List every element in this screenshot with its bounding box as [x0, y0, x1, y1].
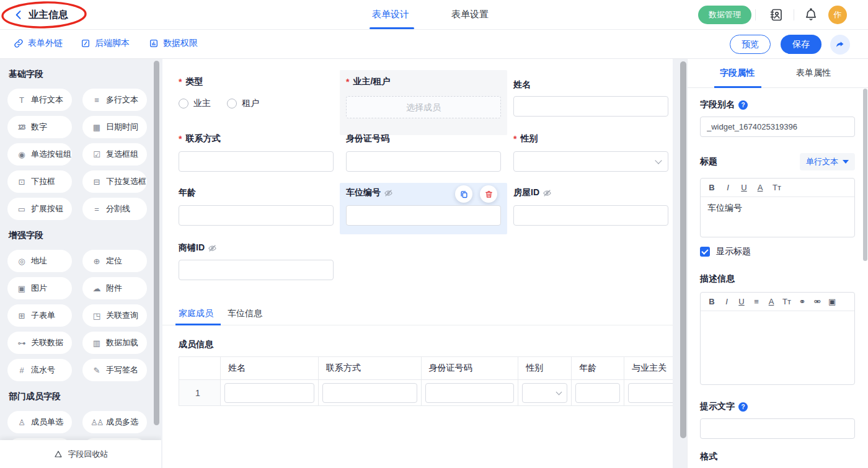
font-size-icon[interactable]: Tт [782, 297, 791, 306]
field-label-age: 年龄 [179, 187, 196, 198]
panel-scrollbar[interactable] [863, 89, 867, 261]
data-permission-button[interactable]: 数据权限 [149, 38, 198, 49]
subform-tab-parking[interactable]: 车位信息 [228, 308, 262, 319]
field-pill-linked-data[interactable]: ⊶关联数据 [7, 332, 72, 354]
insert-link-icon[interactable]: ⚭ [799, 297, 806, 306]
italic-icon[interactable]: I [723, 297, 730, 306]
subform-table-wrapper: 姓名 联系方式 身份证号码 性别 年龄 与业主关 1 [179, 356, 673, 406]
field-pill-select[interactable]: ⊡下拉框 [7, 170, 72, 193]
field-pill-member-single[interactable]: ♙成员单选 [7, 411, 72, 433]
field-pill-button[interactable]: ▭扩展按钮 [7, 198, 72, 220]
bell-icon[interactable] [804, 7, 818, 22]
multi-select-icon: ⊟ [91, 177, 102, 187]
show-title-row: 显示标题 [700, 246, 855, 257]
tab-field-props[interactable]: 字段属性 [720, 68, 755, 79]
backend-script-label: 后端脚本 [95, 38, 130, 49]
field-pill-serial[interactable]: #流水号 [7, 359, 72, 381]
font-color-icon[interactable]: A [756, 183, 764, 192]
align-icon[interactable]: ≡ [753, 297, 760, 306]
contact-book-icon[interactable] [769, 7, 784, 22]
row-contact-input[interactable] [322, 383, 417, 403]
remove-link-icon[interactable]: ⚮ [813, 297, 821, 306]
hint-input[interactable] [700, 418, 855, 439]
title-editor-content[interactable]: 车位编号 [701, 197, 854, 237]
field-pill-linked-query[interactable]: ◳关联查询 [82, 304, 147, 327]
field-pill-member-multi[interactable]: ♙♙成员多选 [82, 411, 147, 433]
italic-icon[interactable]: I [724, 183, 732, 192]
field-pill-single-line-text[interactable]: T单行文本 [7, 89, 72, 111]
save-button[interactable]: 保存 [781, 35, 822, 54]
title-type-dropdown[interactable]: 单行文本 [800, 153, 855, 170]
field-pill-multi-line-text[interactable]: ≡多行文本 [82, 89, 147, 111]
help-icon[interactable] [738, 402, 748, 412]
underline-icon[interactable]: U [738, 297, 745, 306]
field-pill-divider[interactable]: =分割线 [82, 198, 147, 220]
chevron-down-icon [556, 389, 562, 395]
house-id-input[interactable] [513, 205, 668, 226]
share-button[interactable] [830, 35, 850, 55]
row-id-card-input[interactable] [425, 383, 515, 403]
avatar[interactable]: 作 [828, 6, 847, 24]
member-picker[interactable]: 选择成员 [346, 96, 501, 118]
font-size-icon[interactable]: Tт [773, 183, 781, 192]
sidebar-scrollbar[interactable] [154, 61, 159, 425]
bold-icon[interactable]: B [708, 183, 715, 192]
subform-tab-family[interactable]: 家庭成员 [179, 308, 213, 319]
tab-form-design[interactable]: 表单设计 [372, 9, 409, 20]
field-pill-data-load[interactable]: ▥数据加载 [82, 332, 147, 354]
field-pill-radio-group[interactable]: ◉单选按钮组 [7, 143, 72, 166]
row-gender-select[interactable] [522, 383, 567, 403]
serial-icon: # [16, 366, 27, 375]
row-relation-input[interactable] [628, 383, 673, 403]
caret-down-icon [843, 160, 849, 164]
tab-form-props[interactable]: 表单属性 [796, 68, 831, 79]
radio-icon[interactable] [227, 99, 237, 108]
name-input[interactable] [513, 96, 668, 117]
alias-input[interactable] [700, 117, 855, 137]
backend-script-button[interactable]: 后端脚本 [81, 38, 130, 49]
field-pill-subform[interactable]: ⊞子表单 [7, 304, 72, 327]
gender-select[interactable] [513, 151, 668, 172]
radio-icon[interactable] [179, 99, 188, 108]
field-pill-number[interactable]: 123数字 [7, 116, 72, 138]
field-pill-datetime[interactable]: ▦日期时间 [82, 116, 147, 138]
age-input[interactable] [179, 205, 334, 226]
field-pill-multi-select[interactable]: ⊟下拉复选框 [82, 170, 147, 193]
radio-option-owner[interactable]: 业主 [179, 98, 211, 109]
tab-form-setting[interactable]: 表单设置 [451, 9, 489, 20]
canvas-scrollbar[interactable] [680, 61, 686, 438]
contact-input[interactable] [179, 151, 334, 172]
data-manage-button[interactable]: 数据管理 [698, 6, 751, 24]
radio-option-tenant[interactable]: 租户 [227, 98, 259, 109]
desc-editor-content[interactable] [701, 311, 854, 384]
delete-field-button[interactable] [480, 185, 497, 203]
subform-tab-divider [162, 325, 673, 325]
preview-button[interactable]: 预览 [730, 35, 771, 54]
bold-icon[interactable]: B [708, 297, 715, 306]
parking-no-input[interactable] [346, 205, 501, 226]
field-pill-checkbox-group[interactable]: ☑复选框组 [82, 143, 147, 166]
insert-image-icon[interactable]: ▣ [828, 297, 836, 306]
divider-icon: = [91, 205, 102, 214]
show-title-checkbox[interactable] [700, 247, 710, 257]
active-tab-underline [370, 27, 414, 29]
desc-editor: B I U ≡ A Tт ⚭ ⚮ ▣ [700, 292, 855, 385]
field-pill-signature[interactable]: ✎手写签名 [82, 359, 147, 381]
underline-icon[interactable]: U [740, 183, 748, 192]
permission-icon [149, 38, 159, 48]
back-icon[interactable] [12, 9, 25, 21]
table-header-row: 姓名 联系方式 身份证号码 性别 年龄 与业主关 [179, 357, 673, 380]
field-pill-attachment[interactable]: ☁附件 [82, 277, 147, 299]
shop-id-input[interactable] [179, 260, 334, 280]
copy-field-button[interactable] [455, 185, 472, 203]
field-recycle-bin-button[interactable]: 字段回收站 [0, 440, 161, 468]
field-pill-address[interactable]: ◎地址 [7, 250, 72, 272]
field-pill-location[interactable]: ⊕定位 [82, 250, 147, 272]
font-color-icon[interactable]: A [768, 297, 775, 306]
help-icon[interactable] [738, 100, 748, 110]
row-age-input[interactable] [575, 383, 620, 403]
id-card-input[interactable] [346, 151, 501, 172]
external-link-button[interactable]: 表单外链 [14, 38, 63, 49]
row-name-input[interactable] [224, 383, 314, 403]
field-pill-image[interactable]: ▣图片 [7, 277, 72, 299]
